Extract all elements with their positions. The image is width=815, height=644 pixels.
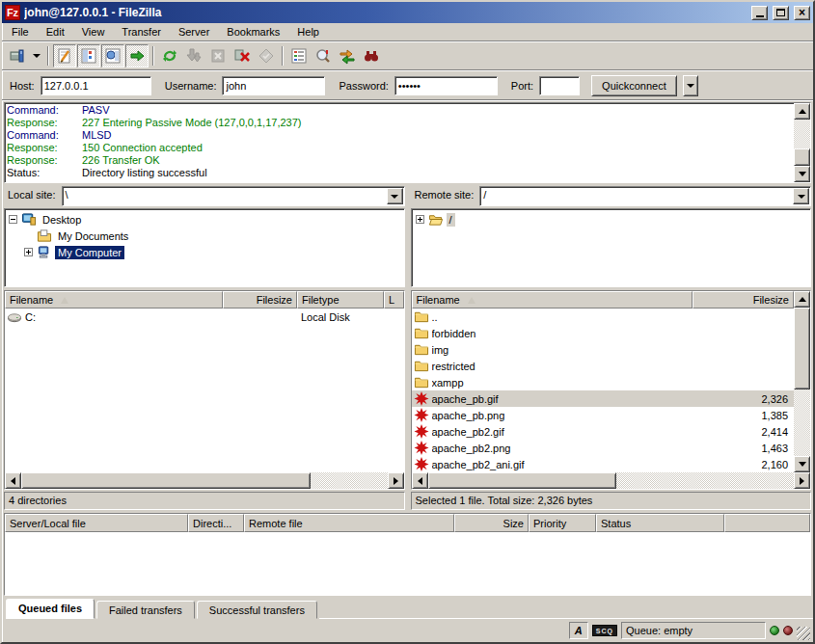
column-header-lastmodified[interactable]: L [384, 291, 404, 309]
log-vertical-scrollbar[interactable] [794, 103, 810, 182]
remote-file-row[interactable]: apache_pb2.png 1,463 [412, 440, 795, 456]
local-horizontal-scrollbar[interactable] [5, 472, 404, 489]
toggle-remote-treeview-button[interactable] [101, 44, 124, 67]
site-manager-button[interactable] [6, 44, 29, 67]
tree-item-my-computer[interactable]: My Computer [6, 244, 404, 260]
remote-file-row[interactable]: apache_pb2.gif 2,414 [412, 423, 795, 440]
remote-file-row[interactable]: .. [412, 309, 795, 325]
column-header-remote-file[interactable]: Remote file [244, 514, 454, 532]
tree-item-label[interactable]: Desktop [40, 213, 84, 227]
toggle-local-treeview-button[interactable] [77, 44, 100, 67]
resize-grip[interactable] [797, 627, 810, 640]
scrollbar-track[interactable] [311, 472, 388, 489]
expand-expander-icon[interactable] [416, 215, 424, 224]
port-input[interactable] [539, 76, 580, 95]
maximize-button[interactable] [773, 6, 789, 20]
expand-expander-icon[interactable] [24, 248, 33, 256]
refresh-button[interactable] [158, 44, 181, 67]
password-input[interactable] [394, 76, 498, 95]
tab-successful-transfers[interactable]: Successful transfers [197, 601, 317, 619]
column-header-filetype[interactable]: Filetype [297, 291, 384, 309]
scrollbar-track[interactable] [616, 472, 795, 489]
scroll-right-button[interactable] [794, 472, 810, 489]
tree-item-my-documents[interactable]: My Documents [6, 228, 404, 244]
menu-edit[interactable]: Edit [38, 24, 73, 40]
minimize-button[interactable] [751, 6, 768, 20]
toggle-message-log-button[interactable] [53, 44, 76, 67]
scrollbar-thumb[interactable] [794, 308, 810, 389]
host-input[interactable] [41, 76, 151, 95]
scroll-up-button[interactable] [794, 103, 810, 120]
process-queue-button[interactable] [182, 44, 205, 67]
scroll-down-button[interactable] [794, 456, 810, 472]
remote-site-dropdown-button[interactable] [793, 188, 809, 204]
column-header-priority[interactable]: Priority [529, 514, 596, 532]
filename-filters-button[interactable] [287, 44, 311, 67]
synchronized-browsing-button[interactable] [336, 44, 359, 67]
message-log-lines: Command:PASV Response:227 Entering Passi… [5, 103, 794, 182]
site-manager-dropdown-button[interactable] [30, 44, 43, 67]
quickconnect-button[interactable]: Quickconnect [591, 75, 677, 96]
local-site-value[interactable]: \ [63, 187, 386, 205]
remote-vertical-scrollbar[interactable] [794, 291, 810, 472]
tree-item-label[interactable]: / [447, 213, 455, 227]
menu-help[interactable]: Help [288, 24, 328, 40]
remote-file-row[interactable]: apache_pb2_ani.gif 2,160 [412, 456, 795, 472]
remote-file-row-selected[interactable]: apache_pb.gif 2,326 [412, 390, 795, 407]
scroll-right-button[interactable] [388, 472, 404, 489]
remote-site-value[interactable]: / [480, 187, 792, 205]
remote-file-row[interactable]: apache_pb.png 1,385 [412, 407, 795, 423]
close-button[interactable]: × [794, 6, 810, 20]
tree-item-desktop[interactable]: Desktop [6, 211, 404, 228]
column-header-filename[interactable]: Filename [5, 291, 223, 309]
column-header-status[interactable]: Status [596, 514, 724, 532]
scroll-up-button[interactable] [794, 291, 810, 308]
directory-comparison-button[interactable] [312, 44, 335, 67]
cancel-operation-button[interactable] [206, 44, 230, 67]
scrollbar-thumb[interactable] [794, 148, 810, 166]
remote-file-row[interactable]: forbidden [412, 325, 795, 341]
column-header-filename[interactable]: Filename [412, 291, 693, 309]
quickconnect-dropdown-button[interactable] [683, 75, 698, 96]
collapse-expander-icon[interactable] [9, 215, 17, 224]
menu-view[interactable]: View [73, 24, 114, 40]
tree-item-label[interactable]: My Documents [55, 229, 131, 243]
menu-server[interactable]: Server [170, 24, 218, 40]
column-header-direction[interactable]: Directi... [188, 514, 244, 532]
remote-file-row[interactable]: restricted [412, 358, 795, 374]
scrollbar-track[interactable] [794, 389, 810, 456]
find-files-button[interactable] [360, 44, 383, 67]
remote-horizontal-scrollbar[interactable] [412, 472, 811, 489]
remote-status-text: Selected 1 file. Total size: 2,326 bytes [411, 492, 812, 510]
remote-site-combo[interactable]: / [479, 186, 811, 206]
local-site-dropdown-button[interactable] [387, 188, 403, 204]
scrollbar-track[interactable] [794, 120, 810, 148]
tree-item-root[interactable]: / [413, 211, 811, 228]
remote-file-row[interactable]: xampp [412, 374, 795, 390]
scroll-left-button[interactable] [412, 472, 428, 489]
tree-item-label[interactable]: My Computer [55, 246, 124, 259]
scroll-down-button[interactable] [794, 166, 810, 182]
menu-bookmarks[interactable]: Bookmarks [218, 24, 288, 40]
disconnect-button[interactable] [231, 44, 254, 67]
scroll-left-button[interactable] [5, 472, 21, 489]
username-input[interactable] [222, 76, 325, 95]
file-size: 2,326 [697, 393, 794, 405]
local-site-combo[interactable]: \ [62, 186, 405, 206]
scrollbar-thumb[interactable] [21, 472, 311, 489]
tab-failed-transfers[interactable]: Failed transfers [96, 601, 195, 619]
reconnect-button[interactable] [255, 44, 278, 67]
scrollbar-thumb[interactable] [428, 472, 616, 489]
title-bar[interactable]: Fz john@127.0.0.1 - FileZilla × [2, 2, 813, 23]
menu-transfer[interactable]: Transfer [113, 24, 170, 40]
column-header-size[interactable]: Size [454, 514, 529, 532]
local-file-row[interactable]: C: Local Disk [5, 309, 404, 325]
remote-file-list: Filename Filesize .. [411, 290, 812, 490]
toggle-transfer-queue-button[interactable] [125, 44, 149, 67]
menu-file[interactable]: File [3, 24, 38, 40]
column-header-filesize[interactable]: Filesize [693, 291, 795, 309]
tab-queued-files[interactable]: Queued files [6, 599, 95, 619]
remote-file-row[interactable]: img [412, 341, 795, 358]
column-header-filesize[interactable]: Filesize [223, 291, 297, 309]
column-header-server-local-file[interactable]: Server/Local file [5, 514, 188, 532]
